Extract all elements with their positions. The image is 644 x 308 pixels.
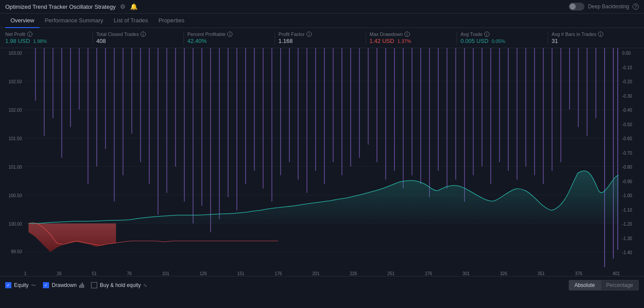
svg-text:-0.10: -0.10 — [622, 65, 632, 70]
svg-rect-73 — [595, 48, 596, 118]
svg-rect-54 — [429, 48, 430, 197]
svg-text:-1.40: -1.40 — [622, 250, 632, 255]
percent-profitable-info-icon[interactable]: i — [227, 32, 232, 37]
net-profit-info-icon[interactable]: i — [27, 32, 32, 37]
svg-rect-28 — [201, 48, 202, 206]
stat-profit-factor: Profit Factor i 1.168 — [275, 32, 366, 44]
x-label-201: 201 — [312, 271, 320, 276]
tab-overview[interactable]: Overview — [5, 14, 39, 28]
svg-rect-17 — [105, 48, 106, 149]
equity-checkbox[interactable] — [5, 282, 11, 288]
svg-rect-40 — [306, 48, 307, 193]
x-label-76: 76 — [127, 271, 132, 276]
svg-rect-49 — [385, 48, 386, 180]
absolute-button[interactable]: Absolute — [569, 280, 601, 290]
chart-container[interactable]: 103.00 102.50 102.00 101.50 101.00 100.5… — [0, 48, 644, 269]
max-drawdown-info-icon[interactable]: i — [405, 32, 410, 37]
header-right: Deep Backtesting ? — [569, 3, 639, 11]
stat-avg-trade-label: Avg Trade i — [461, 32, 544, 37]
alert-icon[interactable]: 🔔 — [130, 3, 137, 10]
legend-equity[interactable]: Equity 〜 — [5, 282, 36, 289]
svg-text:-0.30: -0.30 — [622, 94, 632, 99]
svg-rect-69 — [560, 48, 561, 162]
stats-bar: Net Profit i 1.98 USD 1.98% Total Closed… — [0, 28, 644, 48]
deep-backtesting-toggle[interactable] — [569, 3, 584, 11]
svg-rect-62 — [499, 48, 500, 162]
svg-text:102.00: 102.00 — [8, 108, 22, 113]
svg-rect-74 — [604, 48, 605, 267]
stat-profit-factor-label: Profit Factor i — [278, 32, 362, 37]
svg-rect-63 — [508, 48, 509, 171]
svg-rect-9 — [35, 48, 36, 101]
svg-text:-0.70: -0.70 — [622, 151, 632, 156]
svg-rect-41 — [315, 48, 316, 171]
svg-rect-23 — [158, 48, 158, 215]
svg-rect-67 — [543, 48, 544, 184]
svg-rect-58 — [464, 48, 465, 202]
svg-text:-1.30: -1.30 — [622, 236, 632, 241]
svg-rect-52 — [412, 48, 412, 175]
svg-rect-15 — [88, 48, 88, 184]
tab-performance-summary[interactable]: Performance Summary — [39, 14, 109, 28]
tabs-bar: Overview Performance Summary List of Tra… — [0, 14, 644, 28]
avg-trade-info-icon[interactable]: i — [484, 32, 489, 37]
svg-rect-59 — [473, 48, 474, 175]
stat-percent-profitable-label: Percent Profitable i — [187, 32, 271, 37]
svg-text:-1.10: -1.10 — [622, 208, 632, 212]
svg-text:-0.90: -0.90 — [622, 179, 632, 184]
svg-rect-56 — [447, 48, 447, 188]
stat-total-closed-trades: Total Closed Trades i 408 — [93, 32, 184, 44]
svg-text:100.50: 100.50 — [8, 193, 22, 198]
svg-rect-24 — [166, 48, 167, 193]
tab-list-of-trades[interactable]: List of Trades — [109, 14, 153, 28]
stat-max-drawdown-value: 1.42 USD 1.37% — [370, 38, 453, 44]
svg-rect-48 — [377, 48, 377, 162]
svg-rect-38 — [289, 48, 290, 162]
svg-text:101.00: 101.00 — [8, 165, 22, 170]
svg-rect-19 — [123, 48, 123, 175]
legend-drawdown[interactable]: Drawdown — [43, 282, 84, 288]
svg-rect-42 — [324, 48, 325, 184]
svg-rect-37 — [280, 48, 281, 175]
avg-bars-info-icon[interactable]: i — [598, 32, 603, 37]
legend-buy-hold[interactable]: Buy & hold equity ∿ — [91, 282, 147, 288]
deep-backtesting-label: Deep Backtesting — [588, 4, 629, 10]
svg-rect-11 — [53, 48, 53, 118]
page-title: Optimized Trend Tracker Oscillator Strat… — [5, 4, 116, 10]
drawdown-icon — [79, 283, 84, 288]
svg-rect-51 — [403, 48, 404, 188]
x-label-226: 226 — [350, 271, 357, 276]
buy-hold-icon: ∿ — [143, 283, 147, 288]
svg-text:-1.00: -1.00 — [622, 193, 632, 198]
x-label-1: 1 — [24, 271, 27, 276]
svg-rect-65 — [525, 48, 526, 166]
svg-rect-66 — [534, 48, 535, 175]
x-label-151: 151 — [237, 271, 245, 276]
drawdown-checkbox[interactable] — [43, 282, 49, 288]
total-closed-trades-info-icon[interactable]: i — [141, 32, 146, 37]
svg-rect-39 — [298, 48, 299, 180]
view-mode-buttons: Absolute Percentage — [569, 280, 639, 290]
svg-text:-0.60: -0.60 — [622, 136, 632, 141]
stat-avg-trade: Avg Trade i 0.005 USD 0.05% — [457, 32, 548, 44]
stat-profit-factor-value: 1.168 — [278, 38, 362, 44]
svg-rect-26 — [184, 48, 185, 202]
profit-factor-info-icon[interactable]: i — [306, 32, 312, 37]
deep-backtesting-help-icon[interactable]: ? — [633, 4, 639, 10]
percentage-button[interactable]: Percentage — [601, 280, 639, 290]
svg-rect-25 — [175, 48, 176, 166]
svg-rect-68 — [552, 48, 553, 171]
svg-rect-64 — [517, 48, 517, 180]
x-label-176: 176 — [274, 271, 282, 276]
svg-rect-13 — [70, 48, 71, 127]
stat-total-closed-trades-value: 408 — [96, 38, 180, 44]
svg-text:101.50: 101.50 — [8, 136, 22, 141]
settings-icon[interactable]: ⚙ — [120, 3, 126, 10]
x-label-101: 101 — [162, 271, 169, 276]
svg-rect-43 — [333, 48, 334, 162]
svg-rect-14 — [79, 48, 80, 110]
buy-hold-checkbox[interactable] — [91, 282, 97, 288]
svg-rect-22 — [149, 48, 150, 184]
svg-rect-61 — [490, 48, 491, 184]
tab-properties[interactable]: Properties — [153, 14, 190, 28]
